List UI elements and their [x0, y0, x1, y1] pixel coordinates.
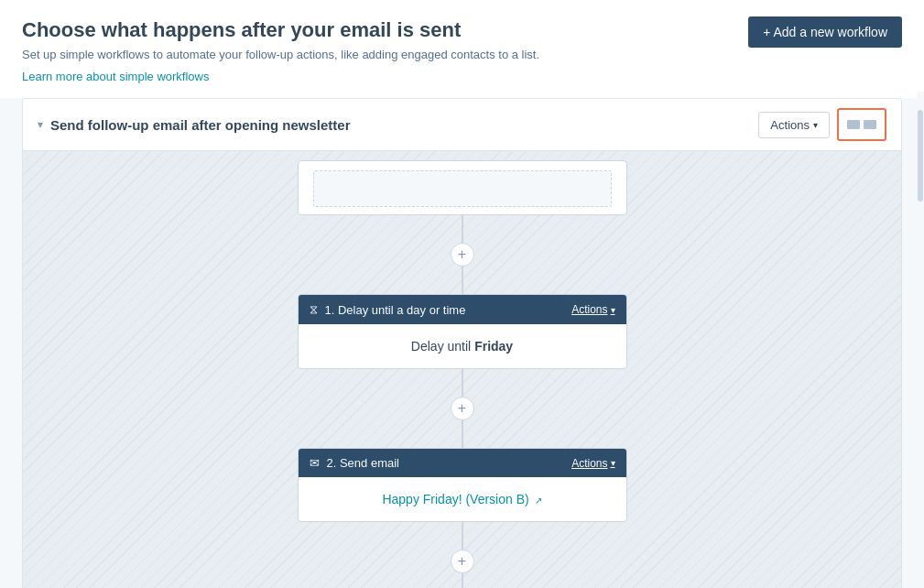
external-link-icon: ↗: [535, 495, 542, 506]
send-email-actions-label: Actions: [571, 457, 607, 470]
toggle-bar-1: [847, 120, 860, 129]
send-email-node-header: ✉ 2. Send email Actions ▾: [299, 449, 626, 477]
workflow-actions-button[interactable]: Actions ▾: [758, 112, 830, 138]
workflow-title: Send follow-up email after opening newsl…: [50, 117, 351, 133]
mail-icon: ✉: [310, 456, 320, 470]
plus-icon-2: +: [458, 400, 466, 417]
actions-chevron-icon: ▾: [813, 120, 818, 130]
workflow-header: ▾ Send follow-up email after opening new…: [23, 99, 901, 151]
toggle-bar-2: [864, 120, 876, 129]
send-email-node-actions-button[interactable]: Actions ▾: [571, 457, 614, 470]
delay-node-header: ⧖ 1. Delay until a day or time Actions ▾: [299, 295, 626, 324]
send-email-node-body: Happy Friday! (Version B) ↗: [299, 477, 626, 521]
delay-actions-chevron-icon: ▾: [611, 305, 615, 315]
delay-actions-label: Actions: [571, 303, 607, 316]
delay-node-title: 1. Delay until a day or time: [325, 303, 466, 317]
add-workflow-button[interactable]: + Add a new workflow: [748, 16, 902, 48]
actions-label: Actions: [770, 118, 810, 132]
connector-line-6: [462, 573, 463, 588]
email-link[interactable]: Happy Friday! (Version B) ↗: [382, 492, 541, 506]
learn-more-link[interactable]: Learn more about simple workflows: [22, 70, 209, 83]
connector-line-1: [462, 215, 463, 243]
connector-line-3: [462, 369, 463, 397]
connector-line-4: [462, 420, 463, 448]
delay-body-prefix: Delay until: [411, 339, 474, 354]
add-step-button-2[interactable]: +: [451, 397, 474, 420]
add-step-button-3[interactable]: +: [451, 550, 474, 573]
hourglass-icon: ⧖: [310, 302, 318, 317]
connector-line-5: [462, 522, 463, 550]
connector-line-2: [462, 267, 463, 294]
delay-node-actions-button[interactable]: Actions ▾: [571, 303, 614, 316]
expand-chevron-icon[interactable]: ▾: [38, 118, 43, 131]
send-email-actions-chevron-icon: ▾: [611, 458, 615, 468]
add-step-button-1[interactable]: +: [451, 243, 474, 267]
workflow-container: ▾ Send follow-up email after opening new…: [22, 98, 902, 588]
page-subtitle: Set up simple workflows to automate your…: [22, 48, 902, 61]
email-link-text: Happy Friday! (Version B): [382, 492, 528, 506]
workflow-canvas: + ⧖ 1. Delay until a day or time Actions…: [23, 151, 901, 588]
plus-icon-1: +: [458, 246, 466, 263]
delay-node-card: ⧖ 1. Delay until a day or time Actions ▾…: [298, 294, 627, 369]
plus-icon-3: +: [458, 553, 466, 570]
partial-card-inner: [313, 170, 612, 207]
view-toggle-button[interactable]: [837, 108, 886, 141]
delay-body-value: Friday: [474, 339, 513, 354]
partial-card: [298, 160, 627, 215]
send-email-node-title: 2. Send email: [327, 456, 400, 470]
send-email-node-card: ✉ 2. Send email Actions ▾ Happy Friday! …: [298, 448, 627, 522]
delay-node-body: Delay until Friday: [299, 324, 626, 368]
